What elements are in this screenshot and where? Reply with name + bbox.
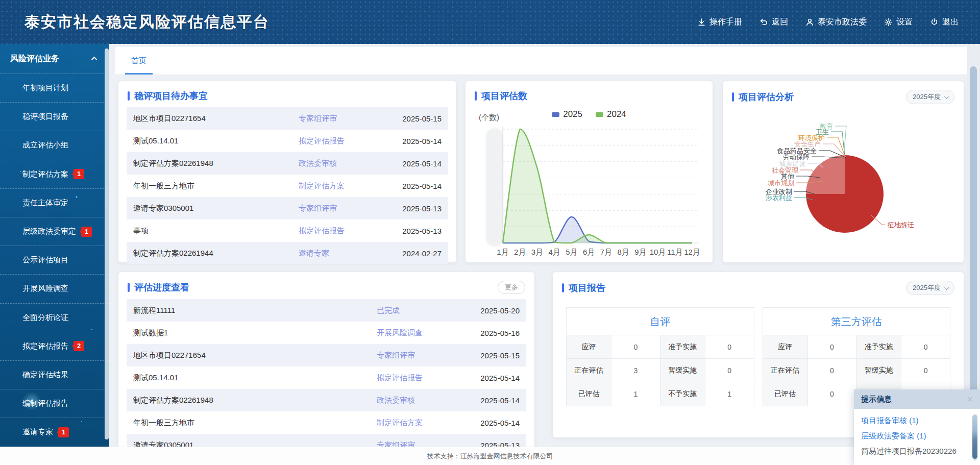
sidebar-menu: 年初项目计划稳评项目报备成立评估小组制定评估方案1责任主体审定层级政法委审定1公… <box>0 74 109 446</box>
project-name: 邀请专家0305001 <box>133 440 377 447</box>
status-link[interactable]: 拟定评估报告 <box>299 136 384 146</box>
table-label-cell: 不予实施 <box>660 382 705 406</box>
sidebar-group-header[interactable]: 风险评估业务 <box>0 44 109 74</box>
list-item: 地区市项目02271654专家组评审2025-05-15 <box>127 344 526 366</box>
table-row: 应评0准予实施0 <box>567 335 754 359</box>
table-label-cell: 暂缓实施 <box>856 359 901 382</box>
list-item: 地区市项目02271654专家组评审2025-05-15 <box>127 107 448 130</box>
sidebar-item[interactable]: 年初项目计划 <box>0 74 109 102</box>
chevron-down-icon <box>944 94 949 99</box>
header-menu-power[interactable]: 退出 <box>930 17 959 28</box>
toast-notification: 提示信息 × 项目报备审核 (1)层级政法委备案 (1) 简易过往项目报备202… <box>854 389 980 465</box>
page-scrollbar-thumb[interactable] <box>970 66 977 404</box>
sidebar: 风险评估业务 年初项目计划稳评项目报备成立评估小组制定评估方案1责任主体审定层级… <box>0 44 109 447</box>
status-link[interactable]: 专家组评审 <box>299 204 384 213</box>
project-name: 年初一般三方地市 <box>133 181 299 191</box>
status-link[interactable]: 邀请专家 <box>299 249 384 258</box>
list-item: 邀请专家0305001专家组评审2025-05-13 <box>127 434 526 447</box>
sidebar-item[interactable]: 开展风险调查 <box>0 274 109 303</box>
sidebar-item[interactable]: 编制评估报告 <box>0 389 109 418</box>
sidebar-item-label: 制定评估方案 <box>22 169 68 179</box>
header-menu-label: 设置 <box>896 17 913 28</box>
header-menu-user[interactable]: 泰安市政法委 <box>805 17 867 28</box>
toast-scrollbar[interactable] <box>972 414 977 461</box>
year-select-value: 2025年度 <box>913 283 941 292</box>
toast-link[interactable]: 层级政法委备案 (1) <box>861 428 968 444</box>
list-item: 测试数据1开展风险调查2025-05-16 <box>127 322 526 344</box>
list-item: 制定评估方案02261948政法委审核2025-05-14 <box>127 389 526 411</box>
page-scrollbar[interactable] <box>967 44 980 447</box>
status-link[interactable]: 专家组评审 <box>377 440 462 447</box>
status-link[interactable]: 拟定评估报告 <box>377 373 462 383</box>
header-menu-return[interactable]: 返回 <box>760 17 788 28</box>
project-name: 邀请专家0305001 <box>133 204 299 213</box>
gear-icon <box>884 18 893 27</box>
status-link[interactable]: 专家组评审 <box>299 114 384 124</box>
table-value-cell: 0 <box>705 359 754 382</box>
sidebar-item[interactable]: 拟定评估报告2 <box>0 332 109 360</box>
legend-item[interactable]: 2024 <box>596 109 626 119</box>
card-eval-count: 项目评估数 20252024 (个数) 1月2月3月4月5月6月7月8月9月10… <box>465 81 713 262</box>
svg-text:11月: 11月 <box>667 248 683 256</box>
status-link[interactable]: 拟定评估报告 <box>299 226 384 236</box>
status-link[interactable]: 政法委审核 <box>299 159 384 168</box>
tab-home[interactable]: 首页 <box>125 47 153 75</box>
item-date: 2025-05-13 <box>462 441 520 447</box>
report-table: 自评应评0准予实施0正在评估3暂缓实施0已评估1不予实施1 <box>566 307 754 406</box>
table-row: 正在评估0暂缓实施0 <box>763 359 950 382</box>
year-select[interactable]: 2025年度 <box>906 281 954 295</box>
eval-count-chart: 1月2月3月4月5月6月7月8月9月10月11月12月 <box>465 123 713 262</box>
header-menu-download[interactable]: 操作手册 <box>697 17 742 28</box>
table-label-cell: 暂缓实施 <box>660 359 705 382</box>
sidebar-item[interactable]: 制定评估方案1 <box>0 160 109 188</box>
project-name: 地区市项目02271654 <box>133 114 299 124</box>
svg-text:6月: 6月 <box>583 248 595 256</box>
card-eval-count-title: 项目评估数 <box>481 90 703 102</box>
list-item: 事项拟定评估报告2025-05-13 <box>127 219 448 242</box>
item-date: 2025-05-20 <box>462 306 520 315</box>
svg-text:1月: 1月 <box>497 248 508 256</box>
more-button[interactable]: 更多 <box>498 281 525 294</box>
table-row: 应评0准予实施0 <box>763 335 950 359</box>
sidebar-item-label: 公示评估项目 <box>22 255 68 265</box>
sidebar-item[interactable]: 确定评估结果 <box>0 360 109 389</box>
report-table-header: 第三方评估 <box>763 308 950 335</box>
sidebar-item[interactable]: 邀请专家1 <box>0 418 109 446</box>
status-link[interactable]: 已完成 <box>377 306 462 315</box>
project-name: 年初一般三方地市 <box>133 418 377 428</box>
list-item: 制定评估方案02261948政法委审核2025-05-14 <box>127 152 448 175</box>
status-link[interactable]: 制定评估方案 <box>377 418 462 428</box>
item-date: 2025-05-14 <box>384 137 442 145</box>
list-item: 新流程11111已完成2025-05-20 <box>127 299 526 322</box>
card-todo: 稳评项目待办事宜 地区市项目02271654专家组评审2025-05-15测试0… <box>118 81 456 262</box>
legend-item[interactable]: 2025 <box>552 109 582 119</box>
project-name: 制定评估方案02261948 <box>133 159 299 168</box>
sidebar-item[interactable]: 稳评项目报备 <box>0 102 109 131</box>
sidebar-item-label: 编制评估报告 <box>22 399 68 408</box>
sidebar-item-label: 确定评估结果 <box>22 370 68 380</box>
status-link[interactable]: 开展风险调查 <box>377 328 462 338</box>
header-menu-gear[interactable]: 设置 <box>884 17 913 28</box>
year-select[interactable]: 2025年度 <box>906 90 954 104</box>
close-icon[interactable]: × <box>967 394 973 404</box>
list-item: 年初一般三方地市制定评估方案2025-05-14 <box>127 175 448 197</box>
sidebar-scrollbar[interactable] <box>105 48 109 439</box>
toast-scrollbar-thumb[interactable] <box>972 415 977 459</box>
sidebar-item[interactable]: 公示评估项目 <box>0 246 109 274</box>
svg-text:7月: 7月 <box>600 248 612 256</box>
status-link[interactable]: 制定评估方案 <box>299 181 384 191</box>
sidebar-item-label: 年初项目计划 <box>22 83 68 93</box>
list-item: 制定评估方案02261944邀请专家2024-02-27 <box>127 242 448 264</box>
svg-text:5月: 5月 <box>566 248 577 256</box>
status-link[interactable]: 政法委审核 <box>377 396 462 405</box>
legend-marker <box>596 112 603 117</box>
project-name: 新流程11111 <box>133 306 377 315</box>
todo-list: 地区市项目02271654专家组评审2025-05-15测试05.14.01拟定… <box>118 107 456 264</box>
header-menu-label: 操作手册 <box>709 17 742 28</box>
sidebar-item[interactable]: 责任主体审定 <box>0 188 109 217</box>
sidebar-item[interactable]: 成立评估小组 <box>0 131 109 159</box>
sidebar-item[interactable]: 层级政法委审定1 <box>0 217 109 246</box>
sidebar-item[interactable]: 全面分析论证 <box>0 303 109 332</box>
status-link[interactable]: 专家组评审 <box>377 351 462 360</box>
toast-link[interactable]: 项目报备审核 (1) <box>861 413 968 428</box>
